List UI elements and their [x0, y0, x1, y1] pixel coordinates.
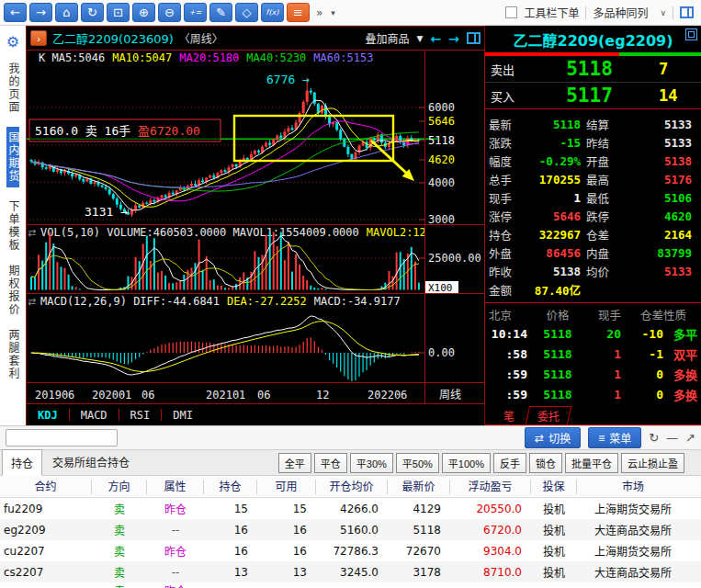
- kline-chart-canvas[interactable]: 5160.0 卖 16手 盈6720.006776 →3131 →K MA5:5…: [26, 50, 485, 404]
- svg-text:6776 →: 6776 →: [266, 73, 310, 86]
- refresh-icon[interactable]: ↻: [649, 431, 659, 445]
- quote-grid-row: 持仓322967仓差2164: [489, 225, 697, 243]
- quote-label: 结算: [586, 116, 630, 133]
- zoom-out-button[interactable]: ⊖: [158, 3, 181, 22]
- position-action-锁仓[interactable]: 锁仓: [529, 453, 562, 473]
- column-header-合约[interactable]: 合约: [0, 480, 92, 494]
- chart-split-icon[interactable]: [467, 32, 481, 44]
- symbol-search-input[interactable]: [6, 429, 118, 447]
- indicator-tab-MACD[interactable]: MACD: [70, 409, 119, 422]
- tick-header: 价格: [531, 306, 584, 323]
- bid-row[interactable]: 买入 5117 14: [485, 83, 701, 108]
- cell-hedge: 投机: [531, 522, 577, 537]
- column-header-方向[interactable]: 方向: [92, 480, 147, 494]
- fx-indicator-button[interactable]: f(x): [261, 3, 284, 22]
- column-header-最新价[interactable]: 最新价: [388, 480, 450, 494]
- quote-value: 5106: [630, 191, 697, 205]
- cell-c: eg2209: [0, 524, 92, 537]
- sidebar-item-我的页面[interactable]: 我的页面: [7, 62, 18, 114]
- position-action-反手[interactable]: 反手: [493, 453, 526, 473]
- quote-list-button[interactable]: ≡: [287, 3, 310, 22]
- chart-back-icon[interactable]: ←: [431, 31, 442, 46]
- toolbar-dropdown-icon[interactable]: ▾: [331, 8, 335, 17]
- cell-c: cu2207: [0, 545, 92, 558]
- column-header-市场[interactable]: 市场: [577, 480, 689, 494]
- cell-dir: 卖: [92, 543, 147, 559]
- quote-value: 5133: [630, 118, 697, 131]
- position-action-全平[interactable]: 全平: [278, 453, 311, 473]
- zoom-in-button[interactable]: ⊕: [132, 3, 155, 22]
- cell-attr: --: [147, 566, 204, 579]
- cell-pos: 15: [204, 503, 257, 515]
- switch-icon: ⇄: [535, 432, 544, 445]
- indicator-tab-KDJ[interactable]: KDJ: [27, 409, 69, 422]
- home-button[interactable]: ⌂: [55, 3, 78, 22]
- position-action-平30%[interactable]: 平30%: [350, 453, 393, 473]
- position-action-云止损止盈[interactable]: 云止损止盈: [621, 453, 684, 473]
- column-header-可用[interactable]: 可用: [257, 480, 316, 494]
- sidebar-item-期权报价[interactable]: 期权报价: [7, 265, 18, 316]
- minimize-icon[interactable]: —: [666, 431, 678, 445]
- quote-grid-row: 涨跌-15昨结5133: [489, 133, 697, 152]
- cell-pos: 13: [204, 566, 257, 579]
- position-row-eg2209[interactable]: eg2209卖--16165160.051186720.0投机大连商品交易所: [0, 519, 701, 540]
- position-row-cu2207[interactable]: cu2207卖昨仓161672786.3726709304.0投机上海期货交易所: [0, 540, 701, 561]
- draw-shape-button[interactable]: ◇: [235, 3, 258, 22]
- expand-icon[interactable]: ↗: [685, 431, 695, 445]
- tick-tab-委托[interactable]: 委托: [526, 406, 571, 424]
- formula-settings-button[interactable]: +=: [184, 3, 207, 22]
- ask-row[interactable]: 卖出 5118 7: [485, 56, 701, 82]
- quote-label: 最低: [586, 189, 630, 207]
- multi-symbol-label[interactable]: 多品种同列: [593, 5, 648, 20]
- indicator-tab-RSI[interactable]: RSI: [119, 409, 162, 422]
- position-row[interactable]: 卖昨仓: [0, 582, 701, 588]
- indicator-tab-DMI[interactable]: DMI: [162, 409, 204, 422]
- column-header-开仓均价[interactable]: 开仓均价: [316, 480, 388, 494]
- svg-text:5160.0 卖 16手 盈6720.00: 5160.0 卖 16手 盈6720.00: [35, 124, 200, 138]
- draw-pencil-button[interactable]: ✎: [209, 3, 232, 22]
- overlay-symbol-button[interactable]: 叠加商品: [366, 30, 410, 46]
- column-header-投保[interactable]: 投保: [531, 480, 577, 494]
- positions-panel: 持仓交易所组合持仓 全平平仓平30%平50%平100%反手锁仓批量平仓云止损止盈…: [0, 450, 701, 588]
- mid-toolbar: ⇄ 切换 ≡ 菜单 ↻ — ↗: [0, 425, 701, 450]
- column-header-浮动盈亏[interactable]: 浮动盈亏: [450, 480, 531, 494]
- gear-icon[interactable]: ⚙: [6, 33, 19, 51]
- svg-text:⇄: ⇄: [28, 296, 36, 308]
- popout-icon[interactable]: [685, 28, 697, 40]
- region-zoom-button[interactable]: ⊡: [107, 3, 130, 22]
- column-header-属性[interactable]: 属性: [147, 480, 204, 494]
- sidebar-item-国内期货[interactable]: 国内期货: [6, 127, 19, 187]
- split-window-icon[interactable]: [680, 6, 694, 18]
- switch-button[interactable]: ⇄ 切换: [525, 427, 581, 448]
- positions-tab-持仓[interactable]: 持仓: [2, 449, 42, 476]
- overlay-caret-icon[interactable]: ▼: [417, 34, 424, 43]
- svg-text:K MA5:5046MA10:5047MA20:5180MA: K MA5:5046MA10:5047MA20:5180MA40:5230MA6…: [39, 51, 373, 64]
- quote-grid-row: 幅度-0.29%开盘5138: [489, 152, 697, 170]
- position-action-批量平仓[interactable]: 批量平仓: [565, 453, 618, 473]
- multi-symbol-caret-icon[interactable]: ∨: [660, 8, 666, 17]
- forward-button[interactable]: →: [29, 3, 52, 22]
- menu-button[interactable]: ≡ 菜单: [588, 427, 641, 448]
- sidebar-item-下单模板[interactable]: 下单模板: [7, 200, 18, 252]
- cell-last: 3178: [388, 566, 450, 579]
- position-row-fu2209[interactable]: fu2209卖昨仓15154266.0412920550.0投机上海期货交易所: [0, 498, 701, 519]
- quote-label: 现手: [489, 189, 531, 207]
- panel-expand-button[interactable]: ›: [30, 30, 47, 46]
- quote-label: 昨结: [586, 134, 630, 152]
- position-row-cs2207[interactable]: cs2207卖--13133245.031788710.0投机大连商品交易所: [0, 561, 701, 582]
- toolbar-overflow-icon[interactable]: »: [316, 6, 322, 19]
- position-action-平50%[interactable]: 平50%: [396, 453, 439, 473]
- chart-forward-icon[interactable]: →: [448, 31, 459, 46]
- refresh-button[interactable]: ↻: [81, 3, 104, 22]
- quote-value: 5118: [531, 118, 586, 131]
- quote-value: 2164: [630, 228, 697, 242]
- position-action-平仓[interactable]: 平仓: [314, 453, 347, 473]
- toolbar-order-checkbox[interactable]: [505, 6, 517, 18]
- column-header-持仓[interactable]: 持仓: [204, 480, 257, 494]
- position-action-平100%[interactable]: 平100%: [442, 453, 491, 473]
- tick-tab-笔[interactable]: 笔: [494, 407, 524, 424]
- sidebar-item-两腿套利[interactable]: 两腿套利: [7, 329, 18, 380]
- positions-tab-交易所组合持仓[interactable]: 交易所组合持仓: [44, 449, 138, 476]
- cell-pnl: 20550.0: [450, 503, 531, 515]
- back-button[interactable]: ←: [4, 3, 27, 22]
